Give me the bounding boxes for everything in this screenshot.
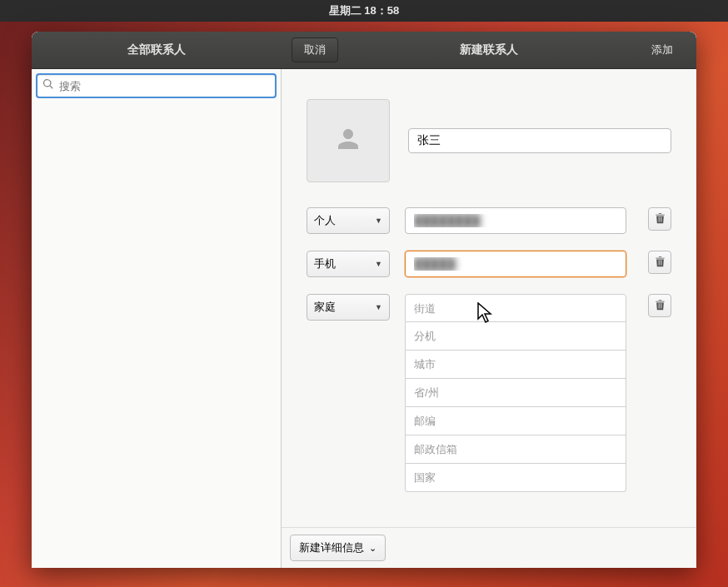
delete-email-button[interactable] [648, 207, 671, 231]
address-fields [405, 294, 626, 492]
country-input[interactable] [405, 464, 626, 492]
extension-input[interactable] [405, 322, 626, 351]
new-detail-select[interactable]: 新建详细信息 ⌄ [290, 535, 386, 561]
search-box[interactable] [37, 74, 276, 97]
email-input[interactable] [405, 207, 626, 234]
titlebar: 全部联系人 取消 新建联系人 添加 [32, 32, 696, 69]
contacts-window: 全部联系人 取消 新建联系人 添加 [32, 32, 696, 568]
new-detail-label: 新建详细信息 [299, 540, 364, 555]
add-button[interactable]: 添加 [640, 38, 685, 62]
phone-type-select[interactable]: 手机 ▼ [307, 251, 390, 277]
street-input[interactable] [405, 294, 626, 322]
phone-type-label: 手机 [314, 256, 336, 271]
cancel-button[interactable]: 取消 [292, 37, 338, 62]
titlebar-center: 取消 新建联系人 添加 [282, 37, 696, 62]
state-input[interactable] [405, 379, 626, 407]
address-type-label: 家庭 [314, 300, 336, 315]
zip-input[interactable] [405, 407, 626, 435]
chevron-down-icon: ▼ [375, 216, 382, 225]
content-area: 个人 ▼ 手机 ▼ [32, 69, 696, 568]
chevron-down-icon: ▼ [375, 260, 382, 268]
trash-icon [655, 256, 666, 270]
topbar-datetime: 星期二 18：58 [329, 3, 400, 18]
window-title: 新建联系人 [460, 42, 518, 57]
pobox-input[interactable] [405, 435, 626, 464]
main-panel: 个人 ▼ 手机 ▼ [282, 69, 696, 568]
avatar-placeholder[interactable] [307, 99, 390, 182]
chevron-down-icon: ⌄ [369, 543, 376, 554]
city-input[interactable] [405, 351, 626, 379]
address-row: 家庭 ▼ [307, 294, 671, 492]
address-type-select[interactable]: 家庭 ▼ [307, 294, 390, 321]
trash-icon [655, 299, 666, 313]
search-input[interactable] [59, 80, 270, 92]
person-icon [333, 124, 363, 157]
email-type-label: 个人 [314, 213, 336, 228]
phone-row: 手机 ▼ [307, 251, 671, 277]
system-topbar: 星期二 18：58 [0, 0, 728, 22]
form-area: 个人 ▼ 手机 ▼ [282, 69, 696, 527]
email-row: 个人 ▼ [307, 207, 671, 234]
chevron-down-icon: ▼ [375, 303, 382, 311]
delete-phone-button[interactable] [648, 251, 671, 274]
phone-input[interactable] [405, 251, 626, 277]
delete-address-button[interactable] [648, 294, 671, 317]
bottom-bar: 新建详细信息 ⌄ [282, 527, 696, 568]
sidebar-title: 全部联系人 [32, 42, 282, 57]
email-type-select[interactable]: 个人 ▼ [307, 207, 390, 234]
trash-icon [655, 212, 666, 226]
avatar-row [307, 99, 671, 182]
sidebar [32, 69, 282, 568]
search-icon [42, 78, 54, 93]
name-input[interactable] [408, 128, 671, 153]
